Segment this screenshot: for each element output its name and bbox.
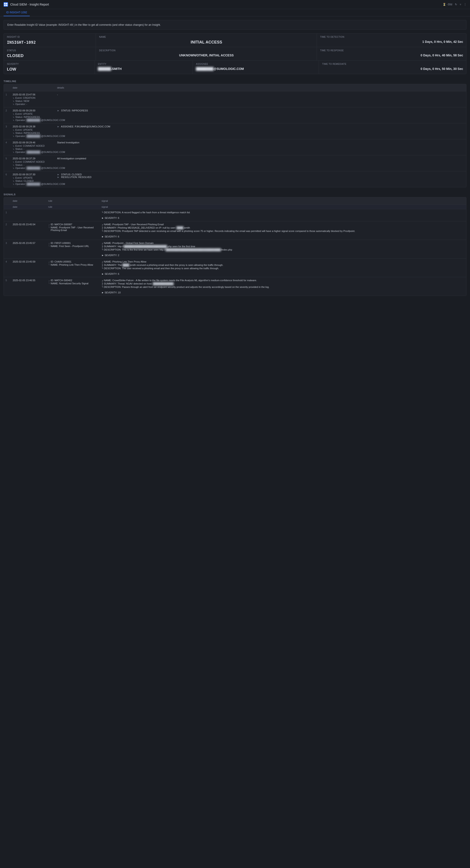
timeline-date-3: 2025-02-06 00:28:38 ↳ Event: UPDATE ↳ St… <box>11 123 55 139</box>
timeline-details-6: ► STATUS: CLOSED ► RESOLUTION: RESOLVED <box>55 171 466 180</box>
sig-signal-4-summary: ├ SUMMARY: The ████ smith received a phi… <box>101 264 465 266</box>
insight-details-grid: INSIGHT ID INSIGHT-1092 NAME INITIAL ACC… <box>4 33 466 74</box>
sig-num-2: 2 <box>4 221 11 227</box>
time-to-detection-cell: TIME TO DETECTION 1 Days, 0 Hrs, 0 Min, … <box>317 33 466 47</box>
timeline-date-main-2: 2025-02-06 00:28:00 <box>13 109 54 112</box>
assignee-suffix: @SUMOLOGIC.COM <box>214 67 244 70</box>
time-to-detection-value: 1 Days, 0 Hrs, 0 Min, 42 Sec <box>320 40 463 43</box>
timeline-date-main-6: 2025-02-06 00:37:30 <box>13 173 54 176</box>
time-range-btn[interactable]: ⏳ -30d <box>443 3 452 6</box>
sig-signal-5: ┌ NAME: CrowdStrike Falcon - A file writ… <box>100 277 466 296</box>
timeline-date-5: 2025-02-06 00:37:29 ↳ Event: COMMENT ADD… <box>11 155 55 171</box>
timeline-row-6: 6 2025-02-06 00:37:30 ↳ Event: UPDATE ↳ … <box>4 171 466 187</box>
sig-rule-4-name: └NAME: Phishing Link Then Proxy Allow <box>48 264 98 266</box>
sig-col-signal-header: signal <box>100 198 466 203</box>
timeline-date-1: 2025-02-05 23:47:56 ↳ Event: CREATION ↳ … <box>11 91 55 107</box>
refresh-icon: ↻ <box>455 3 457 6</box>
sig-rule-2: ┌ID: MATCH-S00087 └NAME: Proofpoint TAP … <box>47 221 100 234</box>
entity-blurred: ██████ <box>98 67 111 70</box>
entity-value: ██████.SMITH <box>98 67 189 70</box>
sig-signal-4-name: ┌ NAME: Phishing Link Then Proxy Allow <box>101 260 465 263</box>
timeline-sub-6-1: ↳ Event: UPDATE <box>13 177 54 179</box>
status-cell: STATUS CLOSED <box>4 47 96 60</box>
sig-rule-3: ┌ID: FIRST-U00001 └NAME: First Seen - Pr… <box>47 240 100 250</box>
sig-signal-2-desc: └ DESCRIPTION: Proofpoint TAP detected a… <box>101 230 465 232</box>
timeline-sub-6-3: ↳ Operator: ████████@SUMOLOGIC.COM <box>13 183 54 185</box>
header-controls: ⏳ -30d ↻ ▿ ⋮ <box>443 3 466 6</box>
timeline-row-1: 1 2025-02-05 23:47:56 ↳ Event: CREATION … <box>4 91 466 107</box>
signals-header: date rule signal <box>4 197 466 205</box>
entity-suffix: .SMITH <box>111 67 121 70</box>
insight-row-3: SEVERITY LOW ENTITY ██████.SMITH ASSIGNE… <box>4 61 466 74</box>
sig-col-rule-header: rule <box>47 198 100 203</box>
info-box: Enter Readable Insight ID Value (example… <box>4 20 466 30</box>
timeline-row-2: 2 2025-02-06 00:28:00 ↳ Event: UPDATE ↳ … <box>4 107 466 123</box>
assignee-blurred: ████████ <box>196 67 213 70</box>
signals-section-label: SIGNALS <box>4 191 466 197</box>
sig-signal-3-name: ┌ NAME: Proofpoint - Global First Seen D… <box>101 242 465 244</box>
severity-value: LOW <box>7 67 91 72</box>
sig-rule-5: ┌ID: MATCH-S00402 └NAME: Normalized Secu… <box>47 277 100 287</box>
main-content: Enter Readable Insight ID Value (example… <box>0 17 470 300</box>
signals-sub-header: date rule signal <box>4 205 466 209</box>
assignee-cell: ASSIGNEE ████████@SUMOLOGIC.COM <box>193 61 319 74</box>
timeline-num-6: 6 <box>4 171 11 178</box>
sig-signal-5-severity: ► SEVERITY: 10 <box>101 291 465 294</box>
timeline-sub-2-1: ↳ Event: UPDATE <box>13 113 54 115</box>
timeline-col-date-header: date <box>11 86 55 90</box>
sig-date-4: 2025-02-05 23:45:59 <box>11 258 47 265</box>
signal-row-2: 2 2025-02-05 23:45:54 ┌ID: MATCH-S00087 … <box>4 221 466 240</box>
sig-signal-5-summary: ├ SUMMARY: Threat: NGAV detected on host… <box>101 282 465 285</box>
timeline-sub-4-2: ↳ Status: - <box>13 148 54 150</box>
sig-rule-2-name: └NAME: Proofpoint TAP - User Received Ph… <box>48 226 98 231</box>
time-to-response-label: TIME TO RESPONSE <box>320 49 463 52</box>
description-label: DESCRIPTION <box>99 49 314 52</box>
timeline-num-5: 5 <box>4 155 11 162</box>
timeline-col-details-header: details <box>55 86 466 90</box>
tab-bar: ID INSIGHT-1092 <box>0 9 470 17</box>
more-btn[interactable]: ⋮ <box>464 3 466 6</box>
app-logo-icon <box>4 2 8 7</box>
timeline-date-main-4: 2025-02-06 00:29:46 <box>13 141 54 144</box>
filter-btn[interactable]: ▿ <box>460 3 461 6</box>
timeline-sub-6-2: ↳ Status: CLOSED <box>13 180 54 182</box>
refresh-btn[interactable]: ↻ <box>455 3 457 6</box>
timeline-details-1: - <box>55 91 466 98</box>
svg-rect-1 <box>6 3 7 4</box>
timeline-header: date details <box>4 84 466 91</box>
status-label: STATUS <box>7 49 93 52</box>
timeline-sub-4-3: ↳ Operator: ████████@SUMOLOGIC.COM <box>13 151 54 153</box>
timeline-num-4: 4 <box>4 140 11 146</box>
time-to-detection-label: TIME TO DETECTION <box>320 36 463 38</box>
insight-row-1: INSIGHT ID INSIGHT-1092 NAME INITIAL ACC… <box>4 33 466 47</box>
signal-row-4: 4 2025-02-05 23:45:59 ┌ID: CHAIN-U00001 … <box>4 258 466 277</box>
timeline-sub-3-3: ↳ Operator: ████████@SUMOLOGIC.COM <box>13 135 54 137</box>
timeline-sub-5-1: ↳ Event: COMMENT ADDED <box>13 160 54 163</box>
sig-signal-5-name: ┌ NAME: CrowdStrike Falcon - A file writ… <box>101 279 465 282</box>
timeline-details-3: ► ASSIGNEE: PJKUMAR@SUMOLOGIC.COM <box>55 123 466 130</box>
sig-signal-1-desc: └ DESCRIPTION: A record flagged a file h… <box>101 211 465 214</box>
sig-signal-3: ┌ NAME: Proofpoint - Global First Seen D… <box>100 240 466 258</box>
sig-signal-5-desc: └ DESCRIPTION: Passes through an alert f… <box>101 286 465 288</box>
sig-rule-3-id: ┌ID: FIRST-U00001 <box>48 242 98 244</box>
timeline-row-4: 4 2025-02-06 00:29:46 ↳ Event: COMMENT A… <box>4 140 466 155</box>
sig-signal-2-severity: ► SEVERITY: 6 <box>101 235 465 238</box>
sig-rule-1 <box>47 209 100 213</box>
entity-cell: ENTITY ██████.SMITH <box>95 61 193 74</box>
sig-sub-num <box>4 205 11 209</box>
sig-date-3: 2025-02-05 23:45:57 <box>11 240 47 246</box>
timeline-date-4: 2025-02-06 00:29:46 ↳ Event: COMMENT ADD… <box>11 140 55 155</box>
timeline-sub-2-3: ↳ Operator: ████████@SUMOLOGIC.COM <box>13 119 54 121</box>
sig-signal-2: ┌ NAME: Proofpoint TAP - User Received P… <box>100 221 466 240</box>
signal-row-5: 5 2025-02-05 23:46:55 ┌ID: MATCH-S00402 … <box>4 277 466 296</box>
timeline-col-num-header <box>4 86 11 90</box>
sig-date-2: 2025-02-05 23:45:54 <box>11 221 47 227</box>
tab-insight-1092[interactable]: ID INSIGHT-1092 <box>4 9 30 16</box>
time-range-label: -30d <box>447 3 452 6</box>
timeline-sub-5-3: ↳ Operator: ████████@SUMOLOGIC.COM <box>13 167 54 169</box>
time-to-response-value: 0 Days, 0 Hrs, 40 Min, 58 Sec <box>320 54 463 57</box>
timeline-section-label: TIMELINE <box>4 78 466 84</box>
sig-col-num-header <box>4 198 11 203</box>
timeline-num-3: 3 <box>4 123 11 130</box>
timeline-details-2: ► STATUS: INPROGRESS <box>55 107 466 114</box>
